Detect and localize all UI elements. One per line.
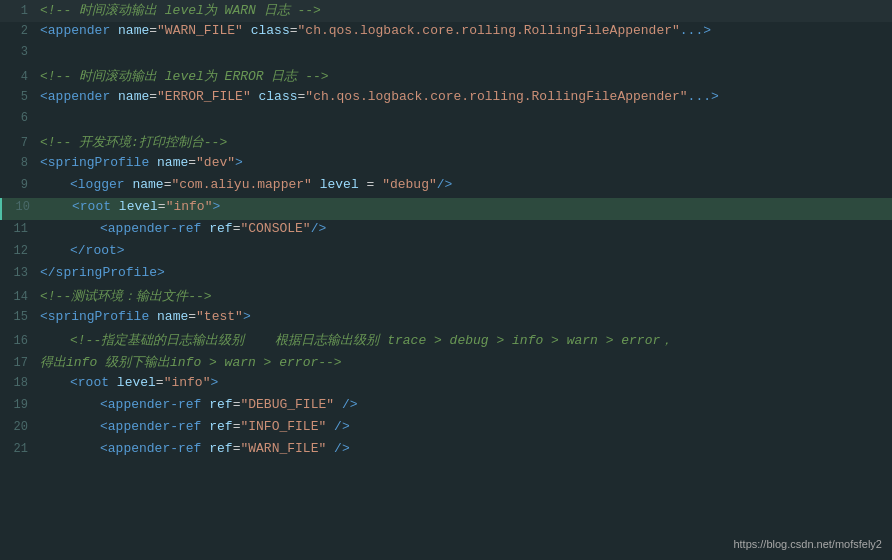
line-number: 5 (0, 90, 36, 104)
line-content: <springProfile name="test"> (36, 309, 892, 324)
xml-attr-value: "WARN_FILE" (240, 441, 326, 456)
code-line: 3 (0, 44, 892, 66)
xml-attr-value: "INFO_FILE" (240, 419, 326, 434)
xml-tag: /> (437, 177, 453, 192)
xml-attr-name: name (118, 23, 149, 38)
xml-attr-name: level (119, 199, 158, 214)
code-line: 16<!--指定基础的日志输出级别 根据日志输出级别 trace > debug… (0, 330, 892, 352)
line-number: 11 (0, 222, 36, 236)
code-line: 5<appender name="ERROR_FILE" class="ch.q… (0, 88, 892, 110)
line-content: </root> (36, 243, 892, 258)
code-line: 8<springProfile name="dev"> (0, 154, 892, 176)
xml-attr-name: level (117, 375, 156, 390)
xml-attr-value: "WARN_FILE" (157, 23, 243, 38)
xml-attr-value: "dev" (196, 155, 235, 170)
xml-attr-name: name (157, 155, 188, 170)
xml-attr-name: ref (209, 419, 232, 434)
xml-equals: = (188, 155, 196, 170)
xml-attr-name: ref (209, 397, 232, 412)
code-line: 17得出info 级别下输出info > warn > error--> (0, 352, 892, 374)
code-line: 1<!-- 时间滚动输出 level为 WARN 日志 --> (0, 0, 892, 22)
line-number: 7 (0, 136, 36, 150)
line-number: 13 (0, 266, 36, 280)
xml-tag: /> (334, 419, 350, 434)
xml-attr-value: "test" (196, 309, 243, 324)
code-line: 6 (0, 110, 892, 132)
xml-tag: <appender (40, 23, 110, 38)
line-number: 4 (0, 70, 36, 84)
line-number: 10 (2, 200, 38, 214)
line-content: <appender-ref ref="DEBUG_FILE" /> (36, 397, 892, 412)
xml-equals: = (149, 23, 157, 38)
code-line: 11<appender-ref ref="CONSOLE"/> (0, 220, 892, 242)
line-number: 9 (0, 178, 36, 192)
xml-attr-value: "com.aliyu.mapper" (171, 177, 311, 192)
line-content: <root level="info"> (36, 375, 892, 390)
line-number: 1 (0, 4, 36, 18)
xml-attr-name: class (259, 89, 298, 104)
code-line: 20<appender-ref ref="INFO_FILE" /> (0, 418, 892, 440)
line-number: 18 (0, 376, 36, 390)
xml-tag: <root (70, 375, 109, 390)
line-content: <logger name="com.aliyu.mapper" level = … (36, 177, 892, 192)
xml-equals: = (290, 23, 298, 38)
line-number: 2 (0, 24, 36, 38)
xml-text (251, 89, 259, 104)
code-line: 10<root level="info"> (0, 198, 892, 220)
line-number: 21 (0, 442, 36, 456)
xml-tag: <logger (70, 177, 125, 192)
xml-tag: > (210, 375, 218, 390)
code-line: 13</springProfile> (0, 264, 892, 286)
line-content: <!-- 时间滚动输出 level为 WARN 日志 --> (36, 1, 892, 19)
watermark: https://blog.csdn.net/mofsfely2 (733, 538, 882, 550)
xml-text (334, 397, 342, 412)
xml-tag: ...> (688, 89, 719, 104)
line-content: <!--测试环境：输出文件--> (36, 287, 892, 305)
xml-text (374, 177, 382, 192)
xml-tag: <appender-ref (100, 221, 201, 236)
xml-attr-name: ref (209, 441, 232, 456)
line-content: <springProfile name="dev"> (36, 155, 892, 170)
xml-text (110, 89, 118, 104)
code-editor: 1<!-- 时间滚动输出 level为 WARN 日志 -->2<appende… (0, 0, 892, 560)
xml-text (243, 23, 251, 38)
xml-attr-name: ref (209, 221, 232, 236)
line-content: <!-- 时间滚动输出 level为 ERROR 日志 --> (36, 67, 892, 85)
xml-tag: <appender-ref (100, 441, 201, 456)
xml-tag: ...> (680, 23, 711, 38)
xml-tag: /> (311, 221, 327, 236)
xml-text (111, 199, 119, 214)
line-number: 17 (0, 356, 36, 370)
xml-equals: = (156, 375, 164, 390)
xml-attr-name: class (251, 23, 290, 38)
line-content: <root level="info"> (38, 199, 892, 214)
xml-tag: <springProfile (40, 155, 149, 170)
xml-attr-value: "info" (164, 375, 211, 390)
xml-tag: </springProfile> (40, 265, 165, 280)
line-number: 19 (0, 398, 36, 412)
xml-tag: > (212, 199, 220, 214)
xml-tag: <appender-ref (100, 419, 201, 434)
code-line: 21<appender-ref ref="WARN_FILE" /> (0, 440, 892, 462)
xml-tag: <root (72, 199, 111, 214)
xml-attr-value: "ERROR_FILE" (157, 89, 251, 104)
xml-text (149, 155, 157, 170)
xml-comment: <!-- 开发环境:打印控制台--> (40, 135, 227, 150)
line-content: <appender name="ERROR_FILE" class="ch.qo… (36, 89, 892, 104)
code-line: 15<springProfile name="test"> (0, 308, 892, 330)
xml-attr-value: "DEBUG_FILE" (240, 397, 334, 412)
xml-equals: = (149, 89, 157, 104)
line-content: <appender-ref ref="CONSOLE"/> (36, 221, 892, 236)
xml-tag: <appender-ref (100, 397, 201, 412)
xml-comment: 得出info 级别下输出info > warn > error--> (40, 355, 342, 370)
xml-tag: /> (342, 397, 358, 412)
xml-text (312, 177, 320, 192)
xml-attr-name: level (320, 177, 359, 192)
xml-tag: <appender (40, 89, 110, 104)
xml-attr-value: "ch.qos.logback.core.rolling.RollingFile… (298, 23, 680, 38)
xml-attr-value: "info" (166, 199, 213, 214)
line-content: <appender name="WARN_FILE" class="ch.qos… (36, 23, 892, 38)
line-content: <appender-ref ref="INFO_FILE" /> (36, 419, 892, 434)
line-content: <!--指定基础的日志输出级别 根据日志输出级别 trace > debug >… (36, 331, 892, 349)
line-number: 6 (0, 111, 36, 125)
